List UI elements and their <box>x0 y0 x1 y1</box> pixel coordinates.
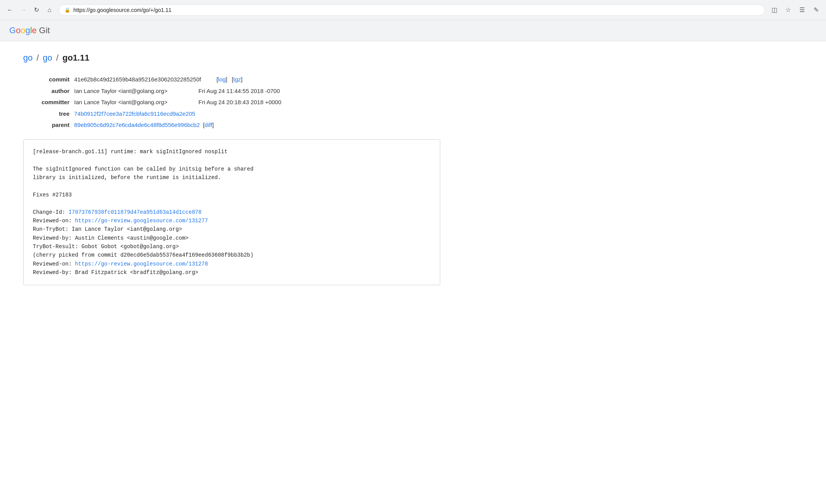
author-value: Ian Lance Taylor <iant@golang.org> <box>74 86 168 96</box>
tree-row: tree 74b0912f2f7cee3a722fcbfa6c9116ecd9a… <box>23 109 440 119</box>
tab-manager-button[interactable]: ◫ <box>769 5 780 15</box>
home-button[interactable]: ⌂ <box>44 5 55 15</box>
breadcrumb-go2[interactable]: go <box>43 53 52 63</box>
committer-date: Fri Aug 24 20:18:43 2018 +0000 <box>198 97 282 107</box>
back-button[interactable]: ← <box>5 5 15 15</box>
tgz-link[interactable]: tgz <box>233 76 241 83</box>
parent-link[interactable]: 89eb905c6d92c7e6cda4de6c48f8d556e996bcb2 <box>74 122 200 128</box>
msg-line3: The sigInitIgnored function can be calle… <box>33 166 253 172</box>
reviewed-on2-link[interactable]: https://go-review.googlesource.com/13127… <box>75 261 208 267</box>
bookmark-button[interactable]: ☆ <box>783 5 794 15</box>
reviewed-on2-label: Reviewed-on: <box>33 261 75 267</box>
toolbar-right: ◫ ☆ ☰ ✎ <box>769 5 821 15</box>
diff-link[interactable]: diff <box>205 122 212 128</box>
main-content: go / go / go1.11 commit 41e62b8c49d21659… <box>0 41 463 297</box>
breadcrumb: go / go / go1.11 <box>23 53 440 63</box>
commit-row: commit 41e62b8c49d21659b48a95216e3062032… <box>23 74 440 85</box>
site-logo: Google Git <box>9 25 817 36</box>
commit-hash: 41e62b8c49d21659b48a95216e3062032285250f <box>74 74 201 85</box>
site-header: Google Git <box>0 20 826 41</box>
profile-button[interactable]: ✎ <box>811 5 821 15</box>
msg-line1: [release-branch.go1.11] runtime: mark si… <box>33 149 227 155</box>
browser-chrome: ← → ↻ ⌂ 🔒 https://go.googlesource.com/go… <box>0 0 826 20</box>
git-label: Git <box>39 25 50 36</box>
commit-label: commit <box>23 74 70 85</box>
reviewed-on-label: Reviewed-on: <box>33 218 75 224</box>
collections-button[interactable]: ☰ <box>797 5 807 15</box>
msg-line4: library is initialized, before the runti… <box>33 174 221 181</box>
tree-value: 74b0912f2f7cee3a722fcbfa6c9116ecd9a2e205 <box>74 109 195 119</box>
reviewed-on-link[interactable]: https://go-review.googlesource.com/13127… <box>75 218 208 224</box>
parent-row: parent 89eb905c6d92c7e6cda4de6c48f8d556e… <box>23 120 440 130</box>
lock-icon: 🔒 <box>64 7 70 13</box>
breadcrumb-current: go1.11 <box>63 53 90 63</box>
breadcrumb-go1[interactable]: go <box>23 53 32 63</box>
author-label: author <box>23 86 70 96</box>
google-logo: Google <box>9 25 37 36</box>
reviewed-by-brad: Reviewed-by: Brad Fitzpatrick <bradfitz@… <box>33 269 198 276</box>
run-trybot: Run-TryBot: Ian Lance Taylor <iant@golan… <box>33 226 182 232</box>
nav-buttons: ← → ↻ ⌂ <box>5 5 55 15</box>
forward-button[interactable]: → <box>18 5 29 15</box>
parent-value: 89eb905c6d92c7e6cda4de6c48f8d556e996bcb2… <box>74 120 214 130</box>
msg-fixes: Fixes #27183 <box>33 192 72 198</box>
log-link[interactable]: log <box>218 76 226 83</box>
reload-button[interactable]: ↻ <box>31 5 42 15</box>
parent-label: parent <box>23 120 70 130</box>
committer-row: committer Ian Lance Taylor <iant@golang.… <box>23 97 440 107</box>
change-id-label: Change-Id: <box>33 209 68 215</box>
commit-actions: [log] [tgz] <box>217 74 243 85</box>
committer-label: committer <box>23 97 70 107</box>
author-row: author Ian Lance Taylor <iant@golang.org… <box>23 86 440 96</box>
committer-value: Ian Lance Taylor <iant@golang.org> <box>74 97 168 107</box>
commit-info: commit 41e62b8c49d21659b48a95216e3062032… <box>23 74 440 130</box>
tree-label: tree <box>23 109 70 119</box>
tree-link[interactable]: 74b0912f2f7cee3a722fcbfa6c9116ecd9a2e205 <box>74 110 195 117</box>
change-id-link[interactable]: I7073767938fc011879d47ea951d63a14d1cce87… <box>68 209 201 215</box>
url-text: https://go.googlesource.com/go/+/go1.11 <box>73 7 759 13</box>
trybot-result: TryBot-Result: Gobot Gobot <gobot@golang… <box>33 244 179 250</box>
author-date: Fri Aug 24 11:44:55 2018 -0700 <box>198 86 280 96</box>
cherry-pick: (cherry picked from commit d20ecd6e5dab5… <box>33 252 253 258</box>
reviewed-by-austin: Reviewed-by: Austin Clements <austin@goo… <box>33 235 188 241</box>
address-bar[interactable]: 🔒 https://go.googlesource.com/go/+/go1.1… <box>59 4 765 16</box>
commit-message-box: [release-branch.go1.11] runtime: mark si… <box>23 139 440 285</box>
